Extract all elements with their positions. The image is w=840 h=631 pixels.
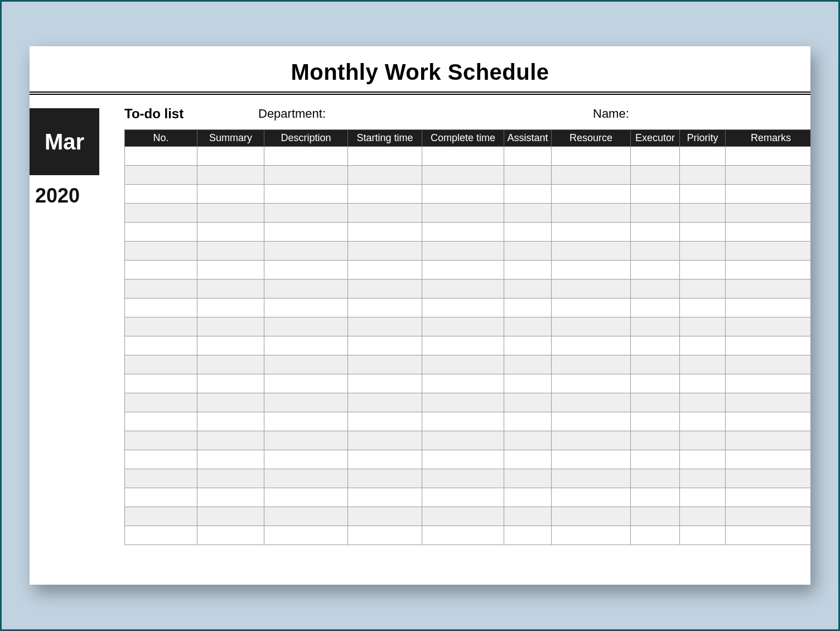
table-cell[interactable] — [422, 242, 504, 261]
table-cell[interactable] — [125, 185, 197, 204]
table-cell[interactable] — [264, 261, 348, 280]
table-cell[interactable] — [552, 450, 631, 469]
table-cell[interactable] — [726, 204, 811, 223]
table-cell[interactable] — [197, 242, 264, 261]
table-cell[interactable] — [631, 450, 680, 469]
table-cell[interactable] — [680, 336, 726, 355]
table-cell[interactable] — [422, 526, 504, 545]
table-cell[interactable] — [726, 242, 811, 261]
table-cell[interactable] — [631, 166, 680, 185]
table-cell[interactable] — [680, 526, 726, 545]
table-cell[interactable] — [264, 507, 348, 526]
table-cell[interactable] — [552, 469, 631, 488]
table-cell[interactable] — [197, 355, 264, 374]
table-cell[interactable] — [422, 507, 504, 526]
table-cell[interactable] — [726, 355, 811, 374]
table-cell[interactable] — [504, 242, 552, 261]
table-cell[interactable] — [726, 450, 811, 469]
table-cell[interactable] — [631, 261, 680, 280]
table-cell[interactable] — [348, 355, 422, 374]
table-cell[interactable] — [264, 355, 348, 374]
table-cell[interactable] — [348, 431, 422, 450]
table-cell[interactable] — [504, 393, 552, 412]
table-cell[interactable] — [197, 450, 264, 469]
table-cell[interactable] — [631, 242, 680, 261]
table-cell[interactable] — [680, 317, 726, 336]
table-cell[interactable] — [264, 204, 348, 223]
table-cell[interactable] — [422, 488, 504, 507]
table-cell[interactable] — [264, 147, 348, 166]
table-cell[interactable] — [197, 261, 264, 280]
table-cell[interactable] — [422, 374, 504, 393]
table-cell[interactable] — [504, 526, 552, 545]
table-row[interactable] — [125, 393, 811, 412]
table-row[interactable] — [125, 488, 811, 507]
table-cell[interactable] — [552, 261, 631, 280]
table-cell[interactable] — [422, 261, 504, 280]
table-cell[interactable] — [422, 355, 504, 374]
table-cell[interactable] — [631, 507, 680, 526]
table-cell[interactable] — [197, 147, 264, 166]
table-cell[interactable] — [348, 147, 422, 166]
table-cell[interactable] — [348, 336, 422, 355]
table-cell[interactable] — [504, 298, 552, 317]
table-cell[interactable] — [631, 374, 680, 393]
table-cell[interactable] — [504, 450, 552, 469]
table-cell[interactable] — [726, 261, 811, 280]
table-cell[interactable] — [125, 261, 197, 280]
table-cell[interactable] — [264, 298, 348, 317]
table-cell[interactable] — [552, 204, 631, 223]
table-cell[interactable] — [726, 317, 811, 336]
table-cell[interactable] — [552, 336, 631, 355]
table-cell[interactable] — [504, 374, 552, 393]
table-cell[interactable] — [125, 166, 197, 185]
table-cell[interactable] — [264, 526, 348, 545]
table-cell[interactable] — [197, 185, 264, 204]
table-cell[interactable] — [422, 280, 504, 298]
table-cell[interactable] — [631, 280, 680, 298]
table-cell[interactable] — [552, 431, 631, 450]
table-cell[interactable] — [504, 261, 552, 280]
table-cell[interactable] — [264, 431, 348, 450]
table-cell[interactable] — [552, 223, 631, 242]
table-cell[interactable] — [552, 393, 631, 412]
table-row[interactable] — [125, 298, 811, 317]
table-cell[interactable] — [552, 298, 631, 317]
table-cell[interactable] — [125, 393, 197, 412]
table-cell[interactable] — [726, 185, 811, 204]
table-cell[interactable] — [680, 223, 726, 242]
table-cell[interactable] — [348, 374, 422, 393]
table-row[interactable] — [125, 147, 811, 166]
table-row[interactable] — [125, 185, 811, 204]
table-cell[interactable] — [552, 526, 631, 545]
table-cell[interactable] — [348, 317, 422, 336]
table-cell[interactable] — [125, 431, 197, 450]
table-cell[interactable] — [264, 223, 348, 242]
table-cell[interactable] — [552, 507, 631, 526]
table-cell[interactable] — [631, 469, 680, 488]
table-cell[interactable] — [348, 185, 422, 204]
table-row[interactable] — [125, 526, 811, 545]
table-cell[interactable] — [125, 242, 197, 261]
table-row[interactable] — [125, 280, 811, 298]
table-cell[interactable] — [348, 393, 422, 412]
table-cell[interactable] — [726, 488, 811, 507]
table-cell[interactable] — [680, 450, 726, 469]
table-cell[interactable] — [552, 412, 631, 431]
table-cell[interactable] — [264, 280, 348, 298]
table-cell[interactable] — [552, 147, 631, 166]
table-cell[interactable] — [504, 204, 552, 223]
table-cell[interactable] — [264, 336, 348, 355]
table-cell[interactable] — [680, 298, 726, 317]
table-cell[interactable] — [348, 526, 422, 545]
table-cell[interactable] — [422, 393, 504, 412]
table-row[interactable] — [125, 242, 811, 261]
table-cell[interactable] — [197, 431, 264, 450]
table-cell[interactable] — [197, 374, 264, 393]
table-cell[interactable] — [348, 242, 422, 261]
table-row[interactable] — [125, 166, 811, 185]
table-cell[interactable] — [726, 298, 811, 317]
table-cell[interactable] — [264, 242, 348, 261]
table-cell[interactable] — [726, 147, 811, 166]
table-cell[interactable] — [197, 336, 264, 355]
